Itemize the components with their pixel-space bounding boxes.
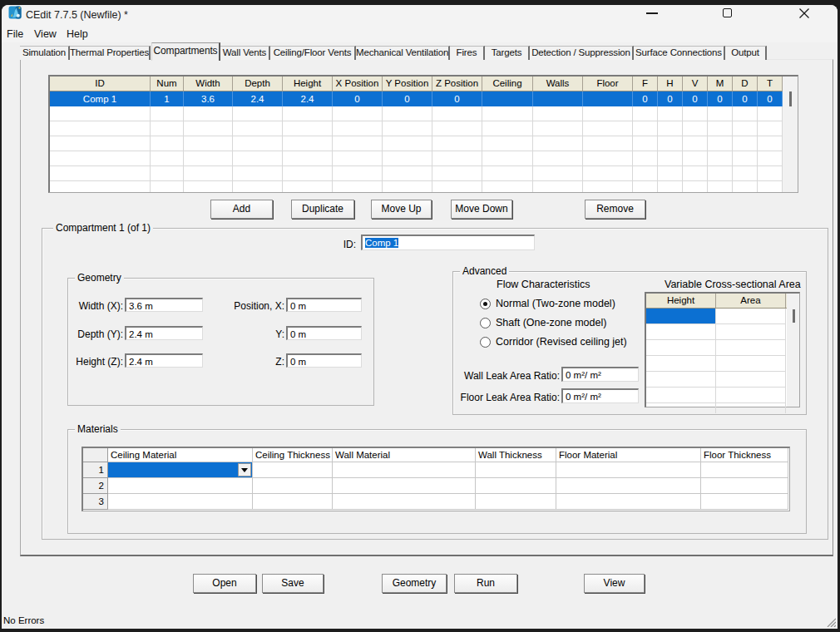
vca-scrollbar-thumb[interactable] (793, 309, 795, 323)
tab-fires[interactable]: Fires (450, 46, 485, 60)
grid-empty-cell[interactable] (646, 324, 716, 340)
grid-empty-cell[interactable] (151, 121, 184, 136)
grid-empty-cell[interactable] (184, 151, 233, 166)
column-header[interactable]: D (733, 77, 758, 91)
column-header[interactable]: V (683, 77, 708, 91)
grid-empty-cell[interactable] (233, 136, 283, 151)
grid-empty-cell[interactable] (758, 106, 783, 121)
wall-material-cell[interactable] (333, 478, 476, 494)
height-input[interactable]: 2.4 m (125, 353, 203, 368)
grid-empty-cell[interactable] (533, 121, 583, 136)
grid-empty-cell[interactable] (184, 136, 233, 151)
grid-empty-cell[interactable] (383, 106, 432, 121)
tab-simulation[interactable]: Simulation (20, 46, 70, 60)
grid-empty-cell[interactable] (708, 106, 733, 121)
ceiling-thickness-cell[interactable] (253, 494, 333, 510)
menu-view[interactable]: View (34, 27, 57, 42)
grid-empty-cell[interactable] (633, 121, 658, 136)
tab-wall-vents[interactable]: Wall Vents (220, 46, 270, 60)
row-number[interactable]: 1 (83, 462, 108, 478)
cell-floor[interactable] (583, 91, 633, 106)
grid-empty-cell[interactable] (633, 136, 658, 151)
grid-empty-cell[interactable] (383, 166, 432, 181)
grid-empty-cell[interactable] (758, 151, 783, 166)
wall-thickness-cell[interactable] (476, 462, 556, 478)
grid-empty-cell[interactable] (533, 166, 583, 181)
grid-empty-cell[interactable] (646, 403, 716, 413)
column-header[interactable]: Depth (233, 77, 283, 91)
position-x-input[interactable]: 0 m (286, 298, 362, 312)
grid-empty-cell[interactable] (683, 181, 708, 192)
grid-empty-cell[interactable] (432, 106, 482, 121)
grid-empty-cell[interactable] (733, 166, 758, 181)
column-header[interactable]: Ceiling Thickness (253, 448, 333, 462)
vca-cell[interactable] (716, 309, 786, 324)
grid-empty-cell[interactable] (432, 181, 482, 192)
grid-empty-cell[interactable] (658, 121, 683, 136)
column-header[interactable]: Area (716, 294, 786, 308)
grid-empty-cell[interactable] (482, 136, 533, 151)
grid-empty-cell[interactable] (758, 121, 783, 136)
grid-empty-cell[interactable] (333, 151, 383, 166)
column-header[interactable]: Width (184, 77, 233, 91)
column-header[interactable]: Height (283, 77, 333, 91)
cell-x-position[interactable]: 0 (333, 91, 383, 106)
grid-empty-cell[interactable] (482, 151, 533, 166)
grid-empty-cell[interactable] (283, 181, 333, 192)
depth-input[interactable]: 2.4 m (125, 326, 203, 340)
grid-empty-cell[interactable] (533, 136, 583, 151)
ceiling-material-cell[interactable] (108, 478, 253, 494)
grid-empty-cell[interactable] (383, 136, 432, 151)
grid-empty-cell[interactable] (733, 181, 758, 192)
grid-empty-cell[interactable] (383, 181, 432, 192)
column-header[interactable]: Num (151, 77, 184, 91)
grid-empty-cell[interactable] (482, 106, 533, 121)
cell-h[interactable]: 0 (658, 91, 683, 106)
grid-empty-cell[interactable] (50, 181, 151, 192)
grid-empty-cell[interactable] (333, 136, 383, 151)
column-header[interactable]: Z Position (432, 77, 482, 91)
grid-empty-cell[interactable] (50, 166, 151, 181)
menu-help[interactable]: Help (67, 27, 88, 42)
grid-empty-cell[interactable] (333, 166, 383, 181)
grid-empty-cell[interactable] (333, 121, 383, 136)
grid-empty-cell[interactable] (683, 136, 708, 151)
grid-empty-cell[interactable] (50, 136, 151, 151)
radio-shaft-label[interactable]: Shaft (One-zone model) (496, 317, 606, 328)
cell-f[interactable]: 0 (633, 91, 658, 106)
grid-empty-cell[interactable] (482, 166, 533, 181)
row-number[interactable]: 3 (83, 494, 108, 510)
radio-corridor[interactable] (480, 337, 491, 348)
vca-row[interactable] (646, 309, 799, 324)
grid-empty-cell[interactable] (658, 181, 683, 192)
radio-shaft[interactable] (480, 318, 491, 328)
grid-empty-cell[interactable] (583, 121, 633, 136)
wall-leak-input[interactable]: 0 m²/ m² (561, 367, 639, 382)
floor-thickness-cell[interactable] (701, 478, 788, 494)
tab-output[interactable]: Output (725, 46, 767, 60)
tab-targets[interactable]: Targets (485, 46, 530, 60)
grid-empty-cell[interactable] (683, 121, 708, 136)
close-button[interactable] (790, 5, 823, 26)
cell-z-position[interactable]: 0 (432, 91, 482, 106)
grid-empty-cell[interactable] (646, 356, 716, 372)
grid-empty-cell[interactable] (233, 151, 283, 166)
grid-empty-cell[interactable] (758, 181, 783, 192)
row-number[interactable]: 2 (83, 478, 108, 494)
grid-empty-cell[interactable] (283, 106, 333, 121)
position-y-input[interactable]: 0 m (286, 326, 362, 340)
tab-surface-connections[interactable]: Surface Connections (634, 46, 725, 60)
wall-thickness-cell[interactable] (476, 478, 556, 494)
grid-empty-cell[interactable] (708, 166, 733, 181)
grid-empty-cell[interactable] (151, 151, 184, 166)
grid-empty-cell[interactable] (583, 106, 633, 121)
tab-compartments[interactable]: Compartments (151, 42, 220, 61)
grid-empty-cell[interactable] (646, 372, 716, 388)
grid-empty-cell[interactable] (658, 151, 683, 166)
cell-height[interactable]: 2.4 (283, 91, 333, 106)
grid-empty-cell[interactable] (583, 166, 633, 181)
grid-empty-cell[interactable] (716, 324, 786, 340)
grid-empty-cell[interactable] (633, 181, 658, 192)
grid-empty-cell[interactable] (432, 166, 482, 181)
grid-empty-cell[interactable] (583, 181, 633, 192)
